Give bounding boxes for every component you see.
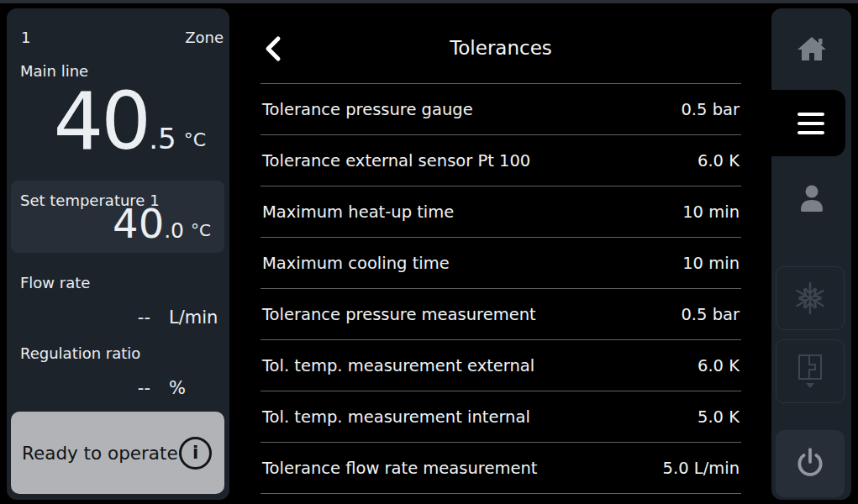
table-row[interactable]: Tol. temp. measurement external 6.0 K bbox=[261, 339, 741, 391]
info-icon[interactable]: i bbox=[179, 437, 212, 470]
row-value: 10 min bbox=[682, 202, 740, 222]
chevron-left-icon bbox=[268, 39, 278, 59]
row-label: Tolerance pressure gauge bbox=[262, 100, 473, 119]
row-label: Tolerance external sensor Pt 100 bbox=[262, 151, 530, 171]
regulation-ratio-reading: -- bbox=[138, 378, 150, 398]
status-label: Ready to operate bbox=[22, 443, 179, 464]
set-temp-unit: °C bbox=[191, 220, 211, 240]
user-icon bbox=[797, 184, 827, 213]
zone-header: 1 Zone bbox=[21, 29, 224, 46]
row-value: 6.0 K bbox=[697, 356, 740, 375]
regulation-ratio-label: Regulation ratio bbox=[20, 344, 140, 362]
window-top-border bbox=[0, 0, 858, 3]
main-temp-unit: °C bbox=[184, 129, 206, 150]
main-temp-integer: 40 bbox=[54, 82, 150, 161]
row-label: Tol. temp. measurement external bbox=[262, 356, 534, 375]
back-button[interactable] bbox=[261, 35, 286, 62]
sidebar-item-user[interactable] bbox=[771, 162, 851, 234]
row-label: Tolerance pressure measurement bbox=[262, 305, 536, 324]
status-ready-button[interactable]: Ready to operate i bbox=[11, 412, 224, 494]
sidebar-item-mold[interactable] bbox=[776, 339, 845, 403]
mold-icon bbox=[794, 353, 826, 390]
sidebar-item-power[interactable] bbox=[776, 430, 845, 497]
main-temp-decimal: .5 bbox=[149, 122, 176, 155]
set-temp-decimal: .0 bbox=[164, 218, 184, 243]
flow-rate-reading: -- bbox=[138, 307, 150, 328]
home-icon bbox=[796, 34, 828, 63]
table-row[interactable]: Tolerance external sensor Pt 100 6.0 K bbox=[261, 134, 741, 186]
row-label: Maximum cooling time bbox=[262, 254, 450, 273]
sidebar-item-cooling[interactable] bbox=[776, 266, 845, 330]
row-value: 5.0 L/min bbox=[663, 459, 740, 478]
table-row[interactable]: Tol. temp. measurement internal 5.0 K bbox=[261, 391, 741, 442]
regulation-ratio-unit: % bbox=[169, 378, 223, 398]
row-value: 0.5 bar bbox=[681, 305, 740, 324]
table-row[interactable]: Maximum cooling time 10 min bbox=[261, 237, 741, 288]
row-label: Tolerance flow rate measurement bbox=[262, 459, 537, 478]
power-icon bbox=[794, 447, 826, 480]
set-temperature-value: 40 .0 °C bbox=[113, 203, 211, 244]
row-label: Tol. temp. measurement internal bbox=[262, 407, 530, 427]
table-row[interactable]: Tolerance flow rate measurement 5.0 L/mi… bbox=[261, 442, 741, 493]
flow-rate-unit: L/min bbox=[169, 307, 223, 328]
flow-rate-value: -- L/min bbox=[20, 307, 223, 328]
row-value: 0.5 bar bbox=[681, 100, 740, 119]
row-value: 10 min bbox=[682, 254, 740, 273]
flow-rate-label: Flow rate bbox=[20, 274, 90, 291]
main-temperature-display: 40 .5 °C bbox=[7, 82, 206, 161]
table-row[interactable]: Tolerance pressure gauge 0.5 bar bbox=[261, 83, 741, 134]
page-header: Tolerances bbox=[261, 34, 741, 64]
zone-label: Zone bbox=[185, 29, 224, 46]
set-temp-integer: 40 bbox=[113, 203, 164, 244]
page-title: Tolerances bbox=[261, 34, 741, 62]
menu-icon bbox=[797, 113, 824, 134]
tolerances-list: Tolerance pressure gauge 0.5 bar Toleran… bbox=[261, 83, 741, 494]
row-value: 6.0 K bbox=[697, 151, 740, 171]
sidebar-item-home[interactable] bbox=[771, 8, 851, 88]
table-row[interactable]: Tolerance pressure measurement 0.5 bar bbox=[261, 288, 741, 339]
table-row[interactable]: Maximum heat-up time 10 min bbox=[261, 186, 741, 237]
zone-number: 1 bbox=[21, 29, 30, 46]
set-temperature-tile[interactable]: Set temperature 1 40 .0 °C bbox=[11, 181, 224, 253]
regulation-ratio-value: -- % bbox=[20, 378, 223, 398]
sidebar-item-menu-active[interactable] bbox=[755, 90, 845, 156]
row-label: Maximum heat-up time bbox=[262, 202, 454, 222]
zone-status-panel: 1 Zone Main line 40 .5 °C Set temperatur… bbox=[7, 8, 229, 500]
row-value: 5.0 K bbox=[697, 407, 740, 427]
snowflake-icon bbox=[794, 282, 826, 314]
